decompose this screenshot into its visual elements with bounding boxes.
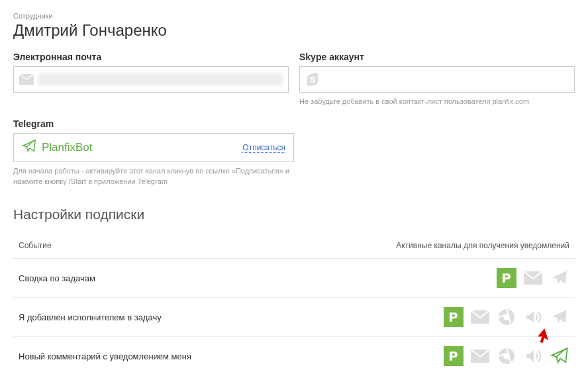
skype-input-wrap[interactable] <box>299 66 575 93</box>
channel-planfix-icon[interactable] <box>444 346 464 366</box>
email-value-blurred <box>38 73 283 85</box>
page-title: Дмитрий Гончаренко <box>13 21 575 40</box>
email-input-wrap[interactable] <box>13 66 289 93</box>
email-label: Электронная почта <box>13 52 289 62</box>
col-channels: Активные каналы для получения уведомлени… <box>293 234 575 259</box>
channel-mail-icon[interactable] <box>523 268 543 288</box>
subscription-table: Событие Активные каналы для получения ув… <box>13 234 575 370</box>
channel-browser-icon[interactable] <box>497 307 516 327</box>
telegram-box: PlanfixBot Отписаться <box>13 133 294 162</box>
channel-sound-icon[interactable] <box>523 346 543 366</box>
event-name: Я добавлен исполнителем в задачу <box>13 298 293 337</box>
channel-telegram-icon[interactable] <box>550 307 569 327</box>
telegram-bot-name: PlanfixBot <box>42 141 93 154</box>
col-event: Событие <box>13 234 293 259</box>
channel-mail-icon[interactable] <box>470 307 490 327</box>
channel-planfix-icon[interactable] <box>497 268 516 288</box>
telegram-plane-icon <box>22 139 36 156</box>
channel-telegram-icon[interactable] <box>550 346 569 366</box>
telegram-hint: Для начала работы - активируйте этот кан… <box>13 166 294 187</box>
channel-planfix-icon[interactable] <box>444 307 464 327</box>
subscription-settings-title: Настройки подписки <box>13 207 575 222</box>
table-row: Я добавлен исполнителем в задачу <box>13 298 575 337</box>
event-name: Сводка по задачам <box>13 259 293 298</box>
telegram-unsubscribe-link[interactable]: Отписаться <box>242 143 285 153</box>
breadcrumb[interactable]: Сотрудники <box>13 12 575 20</box>
event-name: Новый комментарий с уведомлением меня <box>13 337 293 370</box>
mail-icon <box>19 74 34 85</box>
skype-icon <box>305 74 320 85</box>
channel-mail-icon[interactable] <box>470 346 490 366</box>
table-row: Сводка по задачам <box>13 259 575 298</box>
skype-label: Skype аккаунт <box>299 52 575 62</box>
channel-browser-icon[interactable] <box>497 346 516 366</box>
telegram-label: Telegram <box>13 118 294 129</box>
skype-hint: Не забудьте добавить в свой контакт-лист… <box>299 97 575 107</box>
table-row: Новый комментарий с уведомлением меня <box>13 337 575 370</box>
channel-sound-icon[interactable] <box>523 307 543 327</box>
skype-input[interactable] <box>324 73 569 85</box>
channel-telegram-icon[interactable] <box>550 268 569 288</box>
